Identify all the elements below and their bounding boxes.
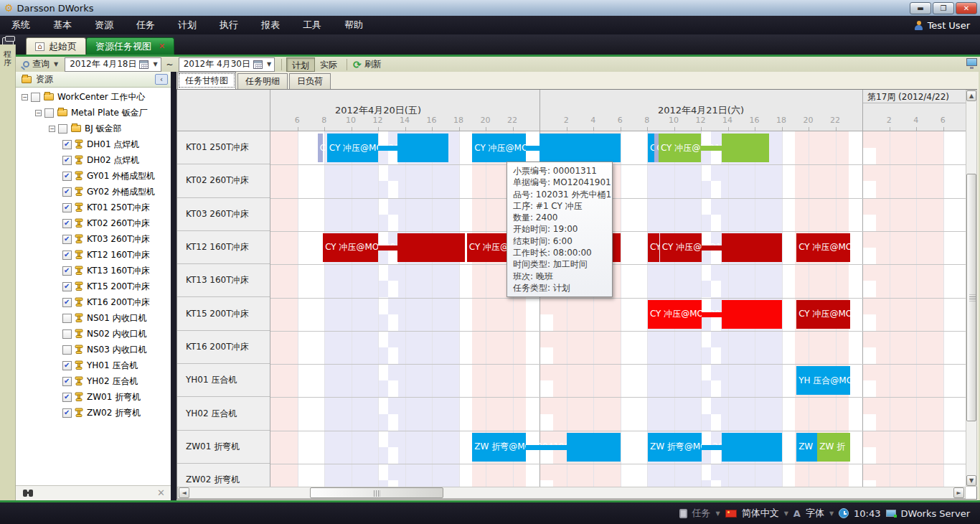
date-from-field[interactable]: 2012年 4月18日 ▼ [65,57,161,72]
actual-button[interactable]: 实际 [315,57,342,72]
tree-item-DH01[interactable]: DH01 点焊机 [16,136,171,152]
view-tab-0[interactable]: 任务甘特图 [177,72,236,89]
menu-item-7[interactable]: 工具 [291,16,333,34]
tree-checkbox[interactable] [62,377,72,386]
scroll-left-arrow[interactable]: ◄ [179,487,189,498]
menu-item-6[interactable]: 报表 [250,16,291,34]
menu-item-0[interactable]: 系统 [0,16,42,34]
task-bar[interactable]: ZW 折弯@MO12041901 [648,433,702,462]
refresh-button[interactable]: 刷新 [364,58,382,70]
tree-checkbox[interactable] [44,108,54,118]
tree-checkbox[interactable] [62,314,72,323]
scroll-right-arrow[interactable]: ► [953,487,964,498]
task-bar[interactable]: CY 冲压@MO12041902 [659,134,701,162]
monitor-icon[interactable] [966,58,977,66]
tab-start-page[interactable]: ⌂ 起始页 [26,37,86,55]
task-bar[interactable] [722,134,769,162]
search-binoculars-icon[interactable] [23,490,27,497]
clear-icon[interactable]: ✕ [157,487,165,498]
task-bar[interactable]: ZW 折弯@MO12041901 [472,433,526,462]
tree-item-KT03[interactable]: KT03 260T冲床 [16,231,171,247]
task-bar[interactable]: CY 冲压@MO12041904 [660,233,702,262]
tree-item-ZW02[interactable]: ZW02 折弯机 [16,405,171,421]
task-bar[interactable]: CY 冲压@MO12041901 [472,134,526,162]
scroll-thumb[interactable] [310,487,443,498]
scroll-down-arrow[interactable]: ▼ [966,475,976,486]
tree-checkbox[interactable] [62,251,72,260]
tree-item-YH01[interactable]: YH01 压合机 [16,357,171,373]
horizontal-scrollbar[interactable]: ◄► [177,487,966,499]
tree-checkbox[interactable] [62,393,72,402]
task-bar[interactable]: CY 冲压@MO12041901 [327,134,378,162]
task-bar[interactable] [397,134,448,162]
tree-checkbox[interactable] [62,345,72,355]
task-bar[interactable] [540,134,621,162]
font-dropdown-icon[interactable]: ▼ [829,510,834,517]
user-account[interactable]: Test User [914,16,970,34]
tree-checkbox[interactable] [62,361,72,370]
status-task[interactable]: 任务 [692,507,711,520]
tree-checkbox[interactable] [62,266,72,276]
tree-checkbox[interactable] [62,329,72,339]
tree-item-KT02[interactable]: KT02 260T冲床 [16,215,171,231]
tree-checkbox[interactable] [62,282,72,291]
menu-item-3[interactable]: 任务 [125,16,166,34]
task-bar[interactable]: YH 压合@MO1 [796,366,850,395]
task-bar[interactable] [397,233,465,262]
tree-item-NS01[interactable]: NS01 内收口机 [16,310,171,326]
tree-item-NS02[interactable]: NS02 内收口机 [16,326,171,342]
date-to-dropdown-icon[interactable]: ▼ [267,61,271,67]
task-bar[interactable]: C [648,134,654,162]
tab-resource-task-view[interactable]: 资源任务视图 ✕ [86,37,174,55]
vertical-scrollbar[interactable]: ▲▼ [966,90,977,487]
tree-item-DH02[interactable]: DH02 点焊机 [16,152,171,168]
tree-checkbox[interactable] [62,235,72,244]
tree-checkbox[interactable] [62,219,72,228]
calendar-icon[interactable] [253,60,263,69]
panel-splitter[interactable] [171,72,176,501]
scroll-up-arrow[interactable]: ▲ [966,90,976,101]
task-dropdown-icon[interactable]: ▼ [716,510,720,517]
query-dropdown-icon[interactable]: ▼ [54,61,58,67]
tree-checkbox[interactable] [31,93,40,102]
menu-item-8[interactable]: 帮助 [333,16,374,34]
task-bar[interactable] [722,233,782,262]
close-tab-icon[interactable]: ✕ [159,42,165,51]
task-bar[interactable]: CY 冲压@MO1 [796,300,850,329]
expander-icon[interactable]: − [49,126,55,132]
tree-checkbox[interactable] [62,298,72,307]
expander-icon[interactable]: − [22,94,28,100]
task-bar[interactable]: CY 冲 [648,233,659,262]
tree-item-KT12[interactable]: KT12 160T冲床 [16,247,171,263]
menu-item-2[interactable]: 资源 [83,16,125,34]
tree-checkbox[interactable] [58,124,67,134]
minimize-button[interactable]: ▬ [910,2,931,14]
task-bar[interactable]: ZW [796,433,817,462]
tree-item-YH02[interactable]: YH02 压合机 [16,373,171,389]
tree-item-ZW01[interactable]: ZW01 折弯机 [16,389,171,405]
task-bar[interactable]: CY 冲压@MO1 [796,233,850,262]
date-to-field[interactable]: 2012年 4月30日 ▼ [179,57,275,72]
tree-item-WorkCenter[interactable]: −WorkCenter 工作中心 [16,89,171,105]
task-bar[interactable] [722,300,782,329]
tree-checkbox[interactable] [62,140,72,149]
status-language[interactable]: 简体中文 [742,507,779,520]
query-button[interactable]: 查询 [32,58,50,70]
expander-icon[interactable]: − [35,110,42,116]
tree-item-KT01[interactable]: KT01 250T冲床 [16,200,171,215]
menu-item-5[interactable]: 执行 [208,16,250,34]
language-dropdown-icon[interactable]: ▼ [784,510,788,517]
view-tab-1[interactable]: 任务明细 [237,73,288,89]
menu-item-1[interactable]: 基本 [42,16,83,34]
task-bar[interactable] [567,433,621,462]
close-button[interactable]: ✕ [956,2,977,14]
restore-button[interactable]: ❐ [933,2,954,14]
side-strip-label[interactable]: 程序 [0,50,15,67]
date-from-dropdown-icon[interactable]: ▼ [153,61,157,67]
task-bar[interactable] [722,433,782,462]
tree-item-KT16[interactable]: KT16 200T冲床 [16,294,171,310]
tree-checkbox[interactable] [62,203,72,212]
tree-item-BJ[interactable]: −BJ 钣金部 [16,121,171,136]
collapse-panel-button[interactable]: ‹ [155,74,168,85]
tree-item-KT15[interactable]: KT15 200T冲床 [16,279,171,294]
